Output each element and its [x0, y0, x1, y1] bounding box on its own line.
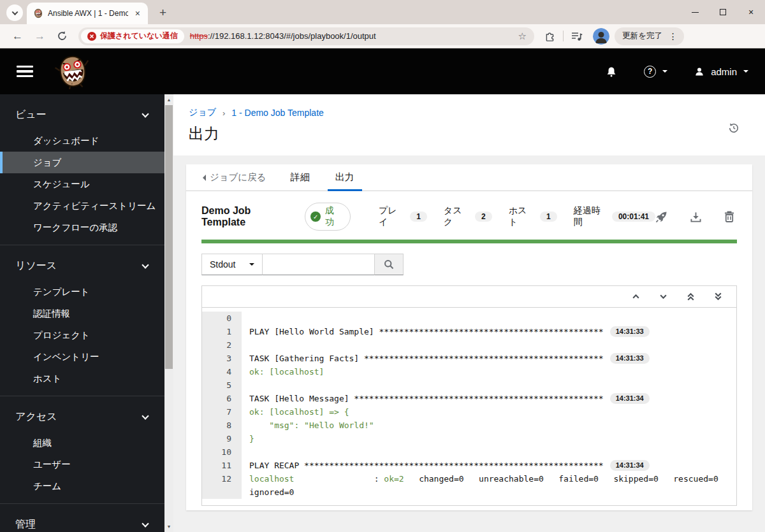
- line-content: [242, 378, 736, 392]
- output-search-input[interactable]: [263, 254, 375, 275]
- scrollbar-down-arrow[interactable]: ▼: [164, 522, 173, 531]
- new-tab-button[interactable]: +: [154, 6, 171, 20]
- bookmark-star-icon[interactable]: ☆: [518, 31, 527, 42]
- kebab-menu-icon[interactable]: ⋮: [667, 31, 679, 41]
- sidebar-item[interactable]: スケジュール: [0, 173, 164, 195]
- console-line[interactable]: 12localhost : ok=2 changed=0 unreachable…: [202, 472, 736, 499]
- user-menu-button[interactable]: admin: [694, 66, 748, 77]
- console-line[interactable]: 1PLAY [Hello World Sample] *************…: [202, 325, 736, 338]
- line-number: 0: [202, 312, 242, 325]
- line-number: 5: [202, 378, 242, 392]
- address-bar[interactable]: 保護されていない通信 https://192.168.1.12:8043/#/j…: [78, 27, 534, 45]
- scrollbar-up-arrow[interactable]: ▲: [164, 95, 173, 104]
- sidebar-item[interactable]: テンプレート: [0, 281, 164, 303]
- profile-avatar[interactable]: [593, 28, 609, 45]
- minimize-icon: [692, 12, 699, 13]
- download-icon: [690, 212, 701, 222]
- previous-match-button[interactable]: [632, 292, 640, 301]
- breadcrumb-separator: ›: [222, 108, 225, 118]
- scroll-to-top-button[interactable]: [687, 292, 695, 301]
- notifications-button[interactable]: [606, 66, 617, 78]
- sidebar-item[interactable]: ジョブ: [0, 152, 164, 173]
- job-stat: タスク2: [444, 205, 492, 228]
- sidebar-item[interactable]: インベントリー: [0, 346, 164, 368]
- console-line[interactable]: 8 "msg": "Hello World!": [202, 419, 736, 432]
- line-number: 1: [202, 325, 242, 338]
- line-number: 10: [202, 445, 242, 459]
- browser-tabstrip: Ansible AWX | 1 - Demo Job Ter × + ×: [0, 0, 765, 24]
- job-stat: 経過時間00:01:41: [574, 205, 655, 228]
- maximize-icon: [720, 9, 726, 15]
- tab-search-button[interactable]: [6, 4, 23, 21]
- sidebar-nav: ビューダッシュボードジョブスケジュールアクティビティーストリームワークフローの承…: [0, 94, 164, 532]
- security-badge[interactable]: 保護されていない通信: [81, 29, 184, 43]
- breadcrumb: ジョブ › 1 - Demo Job Template: [189, 107, 750, 119]
- history-button[interactable]: [728, 122, 740, 134]
- console-line[interactable]: 5: [202, 378, 736, 392]
- stat-label: タスク: [444, 205, 469, 228]
- sidebar-section-header[interactable]: リソース: [0, 258, 164, 273]
- console-line[interactable]: 7ok: [localhost] => {: [202, 405, 736, 419]
- sidebar-item[interactable]: 組織: [0, 432, 164, 454]
- content-area: ジョブに戻る 詳細 出力 Demo Job Template ✓ 成功 プレイ1…: [173, 155, 765, 532]
- window-minimize-button[interactable]: [681, 0, 709, 24]
- window-close-button[interactable]: ×: [737, 0, 765, 24]
- awx-logo[interactable]: [54, 54, 92, 89]
- browser-tab[interactable]: Ansible AWX | 1 - Demo Job Ter ×: [27, 3, 148, 24]
- sidebar-item[interactable]: ワークフローの承認: [0, 217, 164, 238]
- back-button[interactable]: ←: [6, 30, 29, 43]
- line-number: 3: [202, 352, 242, 365]
- console-line[interactable]: 2: [202, 338, 736, 352]
- forward-button[interactable]: →: [29, 30, 51, 43]
- back-to-jobs-link[interactable]: ジョブに戻る: [196, 164, 273, 191]
- sidebar-item[interactable]: アクティビティーストリーム: [0, 195, 164, 217]
- tab-output[interactable]: 出力: [328, 164, 362, 191]
- job-progress-bar: [201, 240, 737, 243]
- nav-toggle-button[interactable]: [17, 63, 33, 80]
- console-line[interactable]: 3TASK [Gathering Facts] ****************…: [202, 352, 736, 365]
- window-maximize-button[interactable]: [709, 0, 737, 24]
- status-badge: ✓ 成功: [305, 203, 351, 231]
- sidebar-section-label: ビュー: [15, 108, 47, 122]
- sidebar-item[interactable]: ホスト: [0, 368, 164, 389]
- breadcrumb-jobs-link[interactable]: ジョブ: [189, 107, 216, 119]
- success-check-icon: ✓: [310, 212, 320, 222]
- next-match-button[interactable]: [659, 292, 667, 301]
- console-line[interactable]: 4ok: [localhost]: [202, 365, 736, 378]
- sidebar-section-label: アクセス: [15, 410, 57, 424]
- sidebar-item[interactable]: プロジェクト: [0, 324, 164, 346]
- console-line[interactable]: 10: [202, 445, 736, 459]
- tab-close-icon[interactable]: ×: [133, 8, 143, 18]
- sidebar-item[interactable]: ダッシュボード: [0, 130, 164, 152]
- tab-groups-button[interactable]: [566, 31, 588, 41]
- sidebar-section: アクセス組織ユーザーチーム: [0, 396, 164, 504]
- delete-job-button[interactable]: [724, 211, 734, 222]
- console-line[interactable]: 9}: [202, 432, 736, 445]
- sidebar-item[interactable]: チーム: [0, 475, 164, 497]
- output-filter-select[interactable]: Stdout: [201, 254, 263, 275]
- console-line[interactable]: 0: [202, 312, 736, 325]
- console-line[interactable]: 6TASK [Hello Message] ******************…: [202, 392, 736, 405]
- relaunch-button[interactable]: [655, 211, 667, 223]
- reload-button[interactable]: [51, 31, 73, 41]
- page-scrollbar[interactable]: ▲ ▼: [164, 94, 173, 532]
- download-output-button[interactable]: [690, 212, 701, 222]
- sidebar-section-header[interactable]: アクセス: [0, 409, 164, 424]
- sidebar-section-header[interactable]: 管理: [0, 517, 164, 532]
- sidebar-section-header[interactable]: ビュー: [0, 107, 164, 122]
- scrollbar-thumb[interactable]: [165, 105, 173, 369]
- stat-value-badge: 2: [475, 212, 492, 222]
- console-line[interactable]: 11PLAY RECAP ***************************…: [202, 459, 736, 472]
- timestamp-badge: 14:31:33: [610, 353, 650, 364]
- chrome-update-button[interactable]: 更新を完了 ⋮: [615, 27, 684, 45]
- sidebar-item[interactable]: ユーザー: [0, 454, 164, 475]
- help-menu-button[interactable]: ?: [644, 66, 667, 78]
- job-actions: [655, 211, 737, 223]
- breadcrumb-job-link[interactable]: 1 - Demo Job Template: [231, 108, 323, 118]
- tab-details[interactable]: 詳細: [283, 164, 317, 191]
- extensions-button[interactable]: [539, 31, 560, 41]
- triangle-left-icon: [203, 175, 206, 181]
- output-search-button[interactable]: [375, 254, 404, 275]
- scroll-to-bottom-button[interactable]: [714, 292, 722, 301]
- sidebar-item[interactable]: 認証情報: [0, 303, 164, 324]
